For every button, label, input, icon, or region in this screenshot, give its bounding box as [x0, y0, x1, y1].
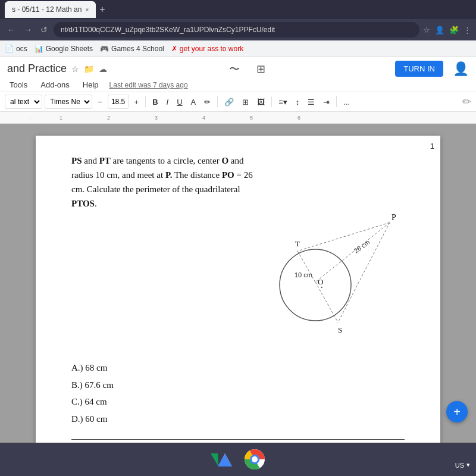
- refresh-btn[interactable]: ↺: [38, 24, 50, 36]
- forward-btn[interactable]: →: [21, 24, 35, 36]
- account-icon[interactable]: 👤: [453, 61, 469, 77]
- bookmark-work[interactable]: ✗ get your ass to work: [171, 45, 243, 53]
- menu-addons[interactable]: Add-ons: [38, 79, 71, 90]
- indent-btn[interactable]: ⇥: [320, 96, 333, 108]
- answer-option-c: C.) 64 cm: [71, 393, 405, 411]
- ruler-mark-5-label: 5: [250, 115, 253, 121]
- grid-icon[interactable]: ⊞: [256, 62, 265, 76]
- radius-os-line: [315, 282, 338, 322]
- menu-row: Tools Add-ons Help Last edit was 7 days …: [7, 78, 469, 92]
- tangent-label: 26 cm: [352, 239, 371, 255]
- gdocs-toolbar: al text Times New... − + B I U A ✏ 🔗 ⊞ 🖼…: [0, 92, 476, 112]
- gdocs-header: and Practice ☆ 📁 ☁ 〜 ⊞ TURN IN 👤 Tools A…: [0, 57, 476, 92]
- taskbar-drive-icon[interactable]: [209, 447, 233, 471]
- sidebar-toggle-btn[interactable]: ✏: [462, 95, 471, 108]
- doc-page: 1 PS and PT are tangents to a circle, ce…: [36, 136, 440, 473]
- active-tab[interactable]: s - 05/11 - 12 Math an ×: [5, 1, 96, 18]
- toolbar-divider-1: [145, 96, 146, 107]
- radius-label: 10 cm: [295, 271, 312, 278]
- toolbar-divider-4: [336, 96, 337, 107]
- fab-add-btn[interactable]: +: [446, 401, 468, 422]
- menu-icon[interactable]: ⋮: [464, 26, 471, 35]
- menu-help[interactable]: Help: [80, 79, 101, 90]
- docs-icon: 📄: [5, 45, 14, 53]
- toolbar-divider-2: [217, 96, 218, 107]
- align-btn[interactable]: ≡▾: [275, 96, 290, 108]
- chart-icon[interactable]: 〜: [229, 62, 240, 76]
- folder-icon[interactable]: 📁: [84, 64, 94, 74]
- font-select[interactable]: Times New...: [45, 95, 92, 109]
- extension-icon[interactable]: 🧩: [449, 26, 459, 35]
- svg-marker-2: [218, 453, 232, 466]
- title-row: and Practice ☆ 📁 ☁ 〜 ⊞ TURN IN 👤: [7, 61, 469, 77]
- answer-option-b: B.) 67.6 cm: [71, 377, 405, 394]
- ruler-mark-3-label: 3: [155, 115, 158, 121]
- answer-section: A.) 68 cm B.) 67.6 cm C.) 64 cm D.) 60 c…: [71, 359, 405, 427]
- doc-area: 1 PS and PT are tangents to a circle, ce…: [0, 124, 476, 476]
- turn-in-btn[interactable]: TURN IN: [395, 61, 443, 77]
- bold-btn[interactable]: B: [149, 96, 161, 108]
- star-icon[interactable]: ☆: [71, 64, 79, 74]
- new-tab-btn[interactable]: +: [99, 4, 105, 15]
- cloud-icon[interactable]: ☁: [99, 64, 107, 74]
- font-color-btn[interactable]: A: [188, 96, 199, 108]
- menu-tools[interactable]: Tools: [7, 79, 30, 90]
- tangent-pt-line: [298, 223, 390, 251]
- italic-btn[interactable]: I: [164, 96, 172, 108]
- geometry-diagram: P T O ● S 10 cm 26 cm: [238, 205, 405, 359]
- bookmark-sheets[interactable]: 📊 Google Sheets: [35, 45, 93, 53]
- image-btn[interactable]: 🖼: [254, 96, 268, 108]
- bookmark-docs[interactable]: 📄 ocs: [5, 45, 27, 53]
- browser-toolbar-icons: ☆ 👤 🧩 ⋮: [423, 26, 471, 35]
- label-t: T: [295, 239, 300, 248]
- bookmark-sheets-label: Google Sheets: [46, 45, 93, 53]
- taskbar-chrome-icon[interactable]: [243, 447, 267, 471]
- back-btn[interactable]: ←: [5, 24, 18, 36]
- ruler-mark-1: ·: [30, 115, 32, 121]
- font-size-input[interactable]: [108, 95, 129, 109]
- tray-arrow: ▾: [466, 461, 470, 469]
- circle: [280, 249, 351, 321]
- bookmark-star-icon[interactable]: ☆: [423, 26, 430, 35]
- diagram-area: P T O ● S 10 cm 26 cm: [238, 205, 405, 359]
- table-btn[interactable]: ⊞: [239, 96, 252, 108]
- svg-marker-0: [211, 453, 218, 466]
- ruler-mark-1-label: 1: [60, 115, 62, 121]
- tab-title: s - 05/11 - 12 Math an: [12, 5, 82, 14]
- tangent-ps-line: [338, 223, 390, 322]
- answer-option-d: D.) 60 cm: [71, 411, 405, 428]
- o-label: O: [221, 156, 228, 165]
- ruler-mark-4-label: 4: [202, 115, 205, 121]
- underline-btn[interactable]: U: [174, 96, 185, 108]
- taskbar: [0, 443, 476, 476]
- ptos-label: PTOS: [71, 199, 95, 208]
- chrome-svg: [245, 449, 265, 469]
- more-options-btn[interactable]: ...: [340, 96, 353, 108]
- link-btn[interactable]: 🔗: [221, 96, 237, 108]
- bookmark-games[interactable]: 🎮 Games 4 School: [100, 45, 164, 53]
- last-edit-label: Last edit was 7 days ago: [109, 81, 188, 89]
- ruler-mark-2-label: 2: [107, 115, 110, 121]
- locale-label: US: [455, 462, 464, 469]
- list-btn[interactable]: ☰: [305, 96, 318, 108]
- po-label: PO: [222, 170, 234, 180]
- highlight-btn[interactable]: ✏: [201, 96, 214, 108]
- pt-label: PT: [99, 156, 111, 165]
- title-icons: ☆ 📁 ☁: [71, 64, 107, 74]
- drive-svg: [211, 450, 232, 469]
- address-input[interactable]: [54, 22, 419, 37]
- line-spacing-btn[interactable]: ↕: [293, 96, 303, 108]
- sheets-icon: 📊: [35, 45, 43, 53]
- tab-bar: s - 05/11 - 12 Math an × +: [0, 0, 476, 19]
- font-increase-btn[interactable]: +: [131, 96, 142, 108]
- doc-title: and Practice: [7, 62, 67, 75]
- font-decrease-btn[interactable]: −: [95, 96, 105, 108]
- games-icon: 🎮: [100, 45, 109, 53]
- answer-option-a: A.) 68 cm: [71, 359, 405, 377]
- tab-close-btn[interactable]: ×: [85, 7, 89, 13]
- toolbar-divider-3: [271, 96, 272, 107]
- style-select[interactable]: al text: [5, 95, 42, 109]
- system-tray: US ▾: [455, 461, 470, 469]
- profile-icon[interactable]: 👤: [435, 26, 444, 35]
- ruler: · 1 2 3 4 5 6: [0, 112, 476, 124]
